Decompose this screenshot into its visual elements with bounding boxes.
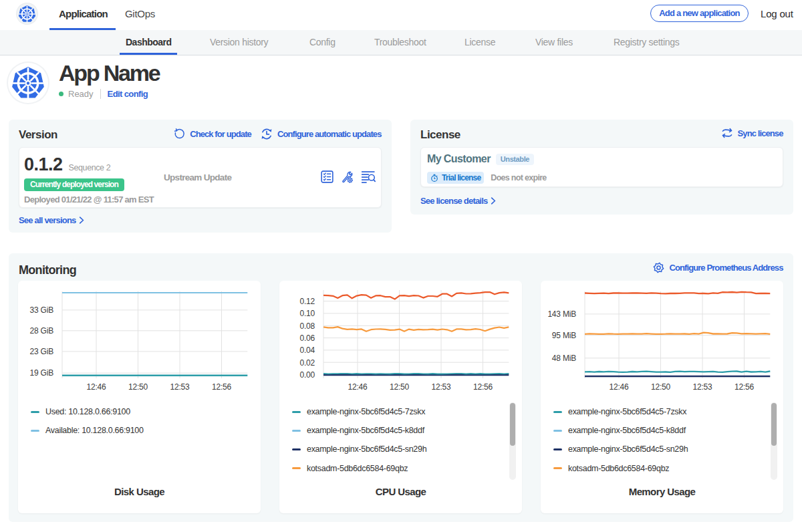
svg-text:12:56: 12:56	[473, 382, 493, 392]
svg-text:0.10: 0.10	[299, 309, 315, 318]
svg-text:0.00: 0.00	[299, 370, 315, 380]
svg-text:0.08: 0.08	[299, 321, 315, 331]
svg-text:12:56: 12:56	[734, 382, 755, 392]
svg-text:12:53: 12:53	[431, 382, 451, 392]
svg-text:28 GiB: 28 GiB	[30, 326, 54, 336]
svg-text:0.12: 0.12	[299, 297, 315, 306]
svg-text:33 GiB: 33 GiB	[30, 305, 54, 315]
svg-text:143 MiB: 143 MiB	[547, 309, 576, 319]
svg-text:12:53: 12:53	[692, 382, 712, 392]
svg-text:12:50: 12:50	[128, 382, 148, 392]
svg-text:23 GiB: 23 GiB	[30, 347, 54, 356]
svg-text:12:50: 12:50	[651, 382, 671, 392]
svg-text:95 MiB: 95 MiB	[552, 331, 576, 340]
svg-text:0.02: 0.02	[299, 358, 315, 368]
svg-text:19 GiB: 19 GiB	[30, 368, 54, 378]
svg-text:12:46: 12:46	[348, 382, 368, 392]
svg-text:12:50: 12:50	[390, 382, 410, 392]
svg-text:12:53: 12:53	[170, 382, 190, 392]
svg-text:0.04: 0.04	[299, 346, 315, 355]
svg-text:48 MiB: 48 MiB	[552, 354, 576, 363]
svg-text:12:46: 12:46	[609, 382, 629, 392]
svg-text:0.06: 0.06	[299, 334, 315, 343]
svg-text:12:46: 12:46	[86, 382, 106, 392]
svg-text:12:56: 12:56	[212, 382, 232, 392]
